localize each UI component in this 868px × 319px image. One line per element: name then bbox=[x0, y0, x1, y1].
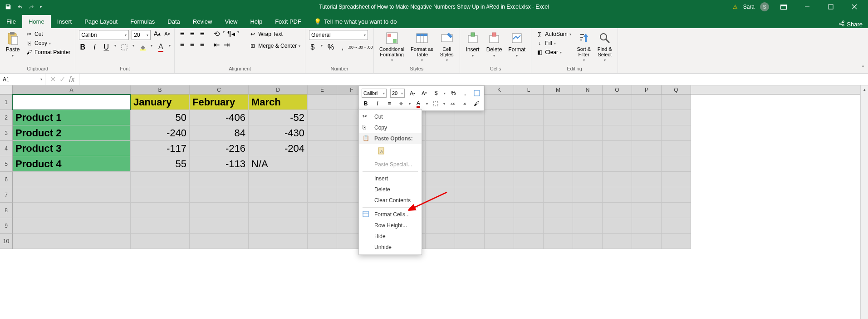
cell[interactable] bbox=[632, 203, 662, 218]
cell[interactable] bbox=[426, 110, 455, 125]
fx-icon[interactable]: fx bbox=[69, 75, 74, 84]
cell[interactable] bbox=[13, 172, 131, 187]
cell[interactable] bbox=[544, 125, 573, 141]
mini-percent-icon[interactable]: % bbox=[449, 89, 457, 97]
cell[interactable] bbox=[603, 141, 632, 156]
row-header[interactable]: 6 bbox=[0, 172, 13, 187]
cell[interactable] bbox=[455, 110, 485, 125]
cell[interactable]: March bbox=[249, 95, 308, 110]
undo-icon[interactable] bbox=[16, 3, 24, 10]
cell[interactable] bbox=[632, 141, 662, 156]
tab-review[interactable]: Review bbox=[186, 15, 219, 28]
cell[interactable] bbox=[249, 218, 308, 234]
increase-font-icon[interactable]: A▴ bbox=[153, 30, 161, 37]
cell[interactable] bbox=[544, 187, 573, 203]
cell[interactable] bbox=[573, 172, 603, 187]
cell[interactable] bbox=[632, 172, 662, 187]
cell[interactable] bbox=[514, 141, 544, 156]
cell[interactable] bbox=[308, 172, 337, 187]
col-header-Q[interactable]: Q bbox=[662, 85, 691, 94]
cell[interactable] bbox=[485, 141, 514, 156]
row-header[interactable]: 3 bbox=[0, 125, 13, 141]
row-header[interactable]: 4 bbox=[0, 141, 13, 156]
format-painter-button[interactable]: 🖌Format Painter bbox=[25, 48, 71, 56]
cell[interactable] bbox=[573, 125, 603, 141]
decrease-font-icon[interactable]: A▾ bbox=[163, 30, 171, 37]
context-unhide[interactable]: Unhide bbox=[359, 242, 422, 253]
align-middle-icon[interactable]: ≡ bbox=[188, 30, 196, 37]
cell[interactable] bbox=[485, 203, 514, 218]
cell[interactable] bbox=[573, 187, 603, 203]
cell[interactable] bbox=[662, 234, 691, 249]
cell[interactable]: -117 bbox=[131, 141, 190, 156]
cell[interactable]: Product 1 bbox=[13, 110, 131, 125]
rtl-icon[interactable]: ¶◂ bbox=[227, 30, 235, 37]
cell[interactable] bbox=[632, 95, 662, 110]
cell[interactable] bbox=[603, 234, 632, 249]
cell[interactable]: -240 bbox=[131, 125, 190, 141]
cell[interactable] bbox=[514, 203, 544, 218]
increase-decimal-icon[interactable]: .00→.0 bbox=[351, 44, 358, 51]
decrease-indent-icon[interactable]: ⇤ bbox=[213, 41, 220, 48]
formula-input[interactable] bbox=[79, 74, 868, 85]
cell[interactable] bbox=[485, 95, 514, 110]
col-header-P[interactable]: P bbox=[632, 85, 662, 94]
cell[interactable] bbox=[632, 218, 662, 234]
context-paste-default[interactable]: A bbox=[359, 144, 422, 159]
cell[interactable] bbox=[455, 234, 485, 249]
col-header-B[interactable]: B bbox=[131, 85, 190, 94]
align-top-icon[interactable]: ≡ bbox=[178, 30, 186, 37]
mini-bold-icon[interactable]: B bbox=[362, 100, 370, 108]
cell[interactable] bbox=[573, 234, 603, 249]
underline-icon[interactable]: U bbox=[103, 44, 110, 51]
merge-center-button[interactable]: ⊞Merge & Center▾ bbox=[248, 42, 301, 50]
cell[interactable] bbox=[426, 156, 455, 172]
cell[interactable] bbox=[573, 110, 603, 125]
cell[interactable] bbox=[308, 187, 337, 203]
cell[interactable] bbox=[514, 156, 544, 172]
cell[interactable] bbox=[308, 234, 337, 249]
cell[interactable] bbox=[308, 156, 337, 172]
paste-button[interactable]: Paste ▾ bbox=[4, 30, 22, 59]
mini-align-icon[interactable]: ≡ bbox=[385, 100, 393, 108]
cell[interactable] bbox=[308, 125, 337, 141]
tab-view[interactable]: View bbox=[218, 15, 244, 28]
row-header[interactable]: 9 bbox=[0, 218, 13, 234]
cell[interactable] bbox=[455, 156, 485, 172]
user-avatar[interactable]: S bbox=[760, 2, 769, 11]
align-right-icon[interactable]: ≡ bbox=[198, 41, 206, 48]
cell[interactable] bbox=[603, 172, 632, 187]
row-header[interactable]: 1 bbox=[0, 95, 13, 110]
cell[interactable] bbox=[573, 95, 603, 110]
cell[interactable] bbox=[485, 187, 514, 203]
conditional-formatting-button[interactable]: Conditional Formatting▾ bbox=[378, 30, 406, 63]
mini-decrease-font-icon[interactable]: A▾ bbox=[420, 89, 428, 97]
cell[interactable] bbox=[426, 141, 455, 156]
cell[interactable]: 55 bbox=[131, 156, 190, 172]
cell[interactable] bbox=[190, 203, 249, 218]
col-header-D[interactable]: D bbox=[249, 85, 308, 94]
cell[interactable] bbox=[662, 110, 691, 125]
cell[interactable] bbox=[514, 125, 544, 141]
tab-page-layout[interactable]: Page Layout bbox=[78, 15, 124, 28]
cell[interactable] bbox=[426, 203, 455, 218]
col-header-L[interactable]: L bbox=[514, 85, 544, 94]
font-size-combo[interactable]: 20▾ bbox=[132, 30, 151, 40]
tab-data[interactable]: Data bbox=[161, 15, 186, 28]
mini-increase-font-icon[interactable]: A▴ bbox=[408, 89, 417, 97]
cell[interactable]: -406 bbox=[190, 110, 249, 125]
cell[interactable] bbox=[573, 203, 603, 218]
cell[interactable] bbox=[455, 172, 485, 187]
accounting-icon[interactable]: $ bbox=[309, 44, 316, 51]
find-select-button[interactable]: Find & Select▾ bbox=[596, 30, 614, 63]
maximize-button[interactable] bbox=[822, 0, 840, 14]
cell[interactable] bbox=[455, 203, 485, 218]
context-cut[interactable]: ✂Cut bbox=[359, 111, 422, 122]
cell[interactable]: -216 bbox=[190, 141, 249, 156]
cell[interactable] bbox=[603, 95, 632, 110]
row-header[interactable]: 2 bbox=[0, 110, 13, 125]
number-format-combo[interactable]: General▾ bbox=[309, 30, 368, 40]
cell[interactable] bbox=[13, 203, 131, 218]
cell[interactable] bbox=[190, 218, 249, 234]
cell[interactable] bbox=[249, 234, 308, 249]
